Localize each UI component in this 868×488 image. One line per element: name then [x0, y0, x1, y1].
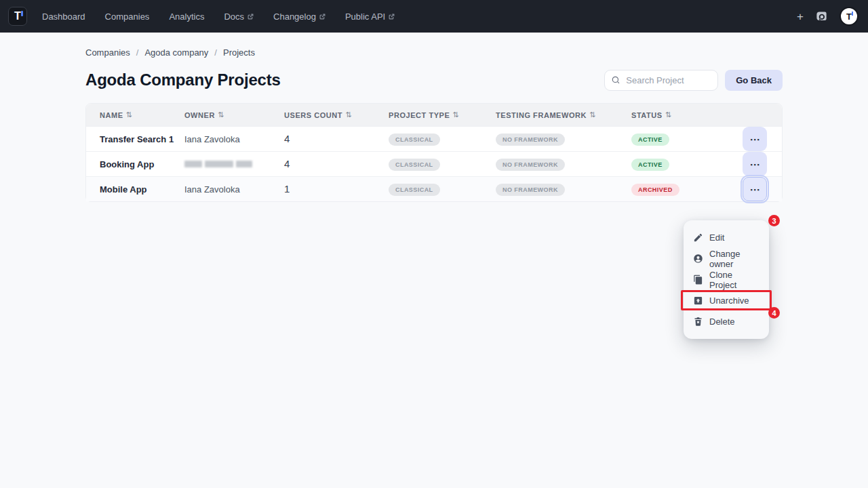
ellipsis-icon: ⋯ [750, 134, 760, 144]
row-actions-menu: Edit Change owner Clone Project Unarchiv… [684, 220, 769, 339]
support-button[interactable] [815, 10, 828, 23]
search-icon [611, 75, 620, 85]
external-link-icon [389, 14, 395, 20]
menu-item-clone-project[interactable]: Clone Project [684, 269, 769, 290]
sort-icon[interactable]: ⇅ [126, 110, 133, 119]
navbar-right: + T [797, 7, 859, 26]
trash-icon [693, 317, 703, 327]
menu-item-change-owner[interactable]: Change owner [684, 248, 769, 269]
main-content: Companies / Agoda company / Projects Ago… [0, 47, 868, 202]
search-wrap [604, 70, 718, 91]
app-logo-accent [21, 11, 23, 16]
column-header-name[interactable]: NAME⇅ [86, 110, 184, 119]
nav-item-public-api[interactable]: Public API [345, 12, 395, 22]
testing-framework-badge: NO FRAMEWORK [496, 184, 565, 196]
testing-framework-badge: NO FRAMEWORK [496, 134, 565, 146]
app-logo-letter: T [14, 10, 21, 22]
project-type-badge: CLASSICAL [389, 134, 440, 146]
nav-item-docs[interactable]: Docs [224, 12, 254, 22]
page-title: Agoda Company Projects [85, 70, 281, 89]
pencil-icon [693, 232, 703, 243]
ellipsis-icon: ⋯ [750, 159, 760, 169]
table-row: Booking App 4 CLASSICAL NO FRAMEWORK ACT… [86, 151, 782, 176]
column-header-owner[interactable]: OWNER⇅ [184, 110, 284, 119]
annotation-step-badge: 3 [768, 215, 780, 226]
sort-icon[interactable]: ⇅ [665, 110, 672, 119]
table-header: NAME⇅ OWNER⇅ USERS COUNT⇅ PROJECT TYPE⇅ … [86, 104, 782, 126]
row-actions-button[interactable]: ⋯ [743, 127, 767, 151]
breadcrumb-companies[interactable]: Companies [85, 47, 130, 58]
project-name: Booking App [100, 159, 154, 169]
project-type-badge: CLASSICAL [389, 159, 440, 171]
status-badge: ARCHIVED [631, 184, 679, 196]
unarchive-icon [693, 296, 703, 306]
app-logo[interactable]: T [8, 7, 27, 26]
sort-icon[interactable]: ⇅ [345, 110, 352, 119]
sort-icon[interactable]: ⇅ [452, 110, 459, 119]
breadcrumb-projects[interactable]: Projects [223, 47, 255, 58]
table-row: Mobile App Iana Zavoloka 1 CLASSICAL NO … [86, 176, 782, 201]
sort-icon[interactable]: ⇅ [218, 110, 224, 119]
top-navbar: T Dashboard Companies Analytics Docs Cha… [0, 0, 868, 33]
plus-icon: + [797, 11, 804, 22]
add-button[interactable]: + [797, 11, 804, 22]
project-name: Transfer Search 1 [100, 134, 174, 144]
menu-item-edit[interactable]: Edit [684, 227, 769, 248]
project-owner-redacted [184, 161, 279, 167]
sort-icon[interactable]: ⇅ [589, 110, 596, 119]
nav-item-changelog[interactable]: Changelog [273, 12, 326, 22]
projects-table: NAME⇅ OWNER⇅ USERS COUNT⇅ PROJECT TYPE⇅ … [85, 103, 783, 202]
search-input[interactable] [604, 70, 718, 91]
menu-item-unarchive[interactable]: Unarchive [684, 290, 769, 311]
menu-item-delete[interactable]: Delete [684, 311, 769, 332]
column-header-testing-framework[interactable]: TESTING FRAMEWORK⇅ [496, 110, 631, 119]
nav-item-dashboard[interactable]: Dashboard [42, 12, 85, 22]
column-header-project-type[interactable]: PROJECT TYPE⇅ [389, 110, 496, 119]
support-icon [815, 10, 828, 23]
column-header-users-count[interactable]: USERS COUNT⇅ [284, 110, 389, 119]
main-nav: Dashboard Companies Analytics Docs Chang… [42, 12, 395, 22]
status-badge: ACTIVE [631, 159, 669, 171]
project-name: Mobile App [100, 184, 147, 195]
status-badge: ACTIVE [631, 134, 669, 146]
project-owner: Iana Zavoloka [184, 134, 240, 144]
testing-framework-badge: NO FRAMEWORK [496, 159, 565, 171]
breadcrumb-separator: / [136, 47, 139, 58]
ellipsis-icon: ⋯ [750, 184, 760, 195]
users-count: 4 [284, 133, 290, 144]
copy-icon [693, 274, 703, 285]
breadcrumb-separator: / [214, 47, 217, 58]
breadcrumb-agoda-company[interactable]: Agoda company [144, 47, 208, 58]
nav-item-companies[interactable]: Companies [105, 12, 150, 22]
go-back-button[interactable]: Go Back [725, 70, 783, 91]
user-avatar[interactable]: T [840, 7, 859, 26]
nav-item-analytics[interactable]: Analytics [169, 12, 204, 22]
breadcrumb: Companies / Agoda company / Projects [85, 47, 783, 58]
users-count: 1 [284, 183, 290, 195]
users-count: 4 [284, 158, 290, 169]
title-actions: Go Back [604, 70, 783, 91]
column-header-status[interactable]: STATUS⇅ [631, 110, 730, 119]
external-link-icon [319, 14, 326, 20]
project-owner: Iana Zavoloka [184, 184, 240, 195]
title-row: Agoda Company Projects Go Back [85, 69, 783, 91]
row-actions-button-open[interactable]: ⋯ [743, 177, 767, 201]
annotation-step-badge: 4 [768, 307, 780, 319]
table-row: Transfer Search 1 Iana Zavoloka 4 CLASSI… [86, 126, 782, 151]
project-type-badge: CLASSICAL [389, 184, 440, 196]
user-circle-icon [693, 253, 703, 264]
external-link-icon [248, 14, 254, 20]
row-actions-button[interactable]: ⋯ [743, 152, 767, 176]
